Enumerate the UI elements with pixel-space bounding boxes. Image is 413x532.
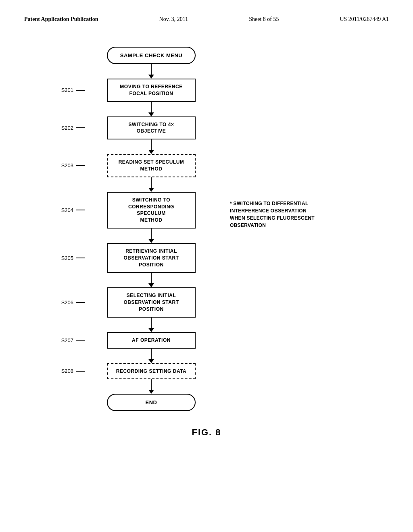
step-s206-dash	[76, 302, 85, 303]
step-s206-row: S206 SELECTING INITIALOBSERVATION STARTP…	[48, 287, 218, 317]
step-s206-label: S206	[61, 299, 73, 305]
step-s204-row: S204 SWITCHING TOCORRESPONDING SPECULUMM…	[48, 192, 218, 229]
step-s201-label: S201	[61, 87, 73, 93]
side-note-container: * SWITCHING TO DIFFERENTIALINTERFERENCE …	[218, 192, 315, 229]
header-date: Nov. 3, 2011	[159, 16, 188, 23]
flowchart-main: SAMPLE CHECK MENU S201 MOVING TO REFEREN…	[48, 47, 218, 411]
step-s207-dash	[76, 340, 85, 341]
header-sheet: Sheet 8 of 55	[249, 16, 279, 23]
header-publication: Patent Application Publication	[24, 16, 98, 23]
step-s203-row: S203 READING SET SPECULUMMETHOD	[48, 154, 218, 177]
flowchart-area: SAMPLE CHECK MENU S201 MOVING TO REFEREN…	[48, 47, 389, 411]
step-s201-node: MOVING TO REFERENCEFOCAL POSITION	[107, 79, 196, 102]
step-s202-dash	[76, 127, 85, 128]
header-patent-number: US 2011/0267449 A1	[340, 16, 389, 23]
step-s208-dash	[76, 371, 85, 372]
end-node-label: END	[146, 399, 157, 405]
step-s208-row: S208 RECORDING SETTING DATA	[48, 363, 218, 380]
step-s208-node: RECORDING SETTING DATA	[107, 363, 196, 380]
step-s207-row: S207 AF OPERATION	[48, 332, 218, 349]
side-note: * SWITCHING TO DIFFERENTIALINTERFERENCE …	[230, 200, 315, 229]
step-s205-node: RETRIEVING INITIALOBSERVATION STARTPOSIT…	[107, 243, 196, 273]
step-s204-label: S204	[61, 207, 73, 213]
end-node: END	[107, 394, 196, 411]
step-s201-row: S201 MOVING TO REFERENCEFOCAL POSITION	[48, 79, 218, 102]
step-s204-dash	[76, 210, 85, 210]
step-s205-row: S205 RETRIEVING INITIALOBSERVATION START…	[48, 243, 218, 273]
start-node-label: SAMPLE CHECK MENU	[120, 52, 182, 58]
step-s202-node: SWITCHING TO 4×OBJECTIVE	[107, 116, 196, 140]
page-header: Patent Application Publication Nov. 3, 2…	[24, 16, 389, 23]
start-node: SAMPLE CHECK MENU	[107, 47, 196, 64]
arrow-0	[48, 64, 218, 79]
step-s204-node: SWITCHING TOCORRESPONDING SPECULUMMETHOD	[107, 192, 196, 229]
step-s206-node: SELECTING INITIALOBSERVATION STARTPOSITI…	[107, 287, 196, 317]
start-node-area: SAMPLE CHECK MENU	[48, 47, 218, 64]
step-s202-row: S202 SWITCHING TO 4×OBJECTIVE	[48, 116, 218, 140]
end-node-area: END	[48, 394, 218, 411]
side-note-asterisk: *	[230, 201, 234, 206]
step-s207-label: S207	[61, 337, 73, 343]
figure-label: FIG. 8	[192, 427, 221, 437]
step-s205-label: S205	[61, 255, 73, 261]
step-s202-label: S202	[61, 125, 73, 131]
page: Patent Application Publication Nov. 3, 2…	[0, 0, 413, 532]
step-s208-label: S208	[61, 368, 73, 374]
step-s207-node: AF OPERATION	[107, 332, 196, 349]
side-note-text: SWITCHING TO DIFFERENTIALINTERFERENCE OB…	[230, 201, 315, 228]
step-s203-dash	[76, 165, 85, 166]
step-s203-node: READING SET SPECULUMMETHOD	[107, 154, 196, 177]
step-s203-label: S203	[61, 162, 73, 168]
step-s201-dash	[76, 90, 85, 91]
figure-caption: FIG. 8	[24, 427, 389, 438]
step-s205-dash	[76, 258, 85, 258]
